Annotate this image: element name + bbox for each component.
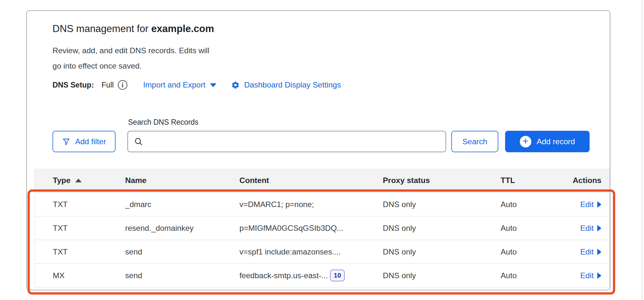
column-header-ttl: TTL [501, 176, 561, 185]
search-group: Search DNS Records [127, 118, 446, 152]
cell-type: TXT [53, 200, 125, 209]
import-export-label: Import and Export [143, 80, 205, 89]
page-subtitle: Review, add, and edit DNS records. Edits… [52, 43, 341, 74]
plus-icon: + [520, 136, 531, 147]
cell-type: TXT [53, 247, 125, 256]
cell-content: p=MIGfMA0GCSqGSIb3DQ... [239, 224, 383, 233]
table-row: MX send feedback-smtp.us-east-... 10 DNS… [35, 263, 609, 287]
edit-record-button[interactable]: Edit [580, 200, 601, 209]
dashboard-display-settings-link[interactable]: Dashboard Display Settings [231, 80, 341, 89]
domain-name: example.com [151, 23, 214, 34]
add-record-button[interactable]: + Add record [505, 131, 590, 152]
priority-badge: 10 [330, 270, 344, 281]
table-row: TXT send v=spf1 include:amazonses.... DN… [35, 240, 609, 263]
chevron-right-icon [597, 225, 601, 231]
info-icon[interactable]: i [118, 80, 127, 90]
cell-name: _dmarc [125, 200, 239, 209]
cell-actions: Edit [561, 224, 601, 233]
table-row: TXT resend._domainkey p=MIGfMA0GCSqGSIb3… [35, 216, 609, 240]
column-header-actions: Actions [561, 176, 601, 185]
chevron-right-icon [597, 249, 601, 255]
chevron-right-icon [597, 272, 601, 279]
add-filter-button[interactable]: Add filter [52, 131, 116, 152]
cell-ttl: Auto [501, 200, 561, 209]
chevron-right-icon [597, 201, 601, 208]
cell-name: resend._domainkey [125, 224, 239, 233]
column-header-name: Name [125, 176, 239, 185]
cell-ttl: Auto [501, 224, 561, 233]
cell-ttl: Auto [501, 271, 561, 280]
edit-label: Edit [580, 247, 594, 256]
record-content: v=spf1 include:amazonses.... [239, 247, 341, 256]
search-input[interactable] [147, 132, 440, 151]
cell-type: MX [53, 271, 125, 280]
dns-management-card: DNS management for example.com Review, a… [26, 10, 610, 290]
filter-icon [62, 138, 70, 146]
page-edge-divider [642, 0, 642, 300]
search-button-label: Search [463, 137, 487, 146]
edit-label: Edit [580, 200, 594, 209]
subtitle-line-2: go into effect once saved. [52, 62, 142, 70]
cell-actions: Edit [561, 200, 601, 209]
edit-record-button[interactable]: Edit [580, 224, 601, 233]
dns-setup-label: DNS Setup: [52, 81, 94, 89]
search-label: Search DNS Records [128, 118, 446, 127]
cell-name: send [125, 271, 239, 280]
gear-icon [231, 81, 240, 89]
cell-content: v=DMARC1; p=none; [239, 200, 383, 209]
chevron-down-icon [210, 83, 216, 87]
sort-ascending-icon [75, 179, 82, 182]
add-filter-label: Add filter [75, 137, 106, 146]
column-header-type[interactable]: Type [53, 176, 125, 185]
cell-content: feedback-smtp.us-east-... 10 [239, 270, 383, 281]
edit-label: Edit [580, 224, 594, 233]
record-content: v=DMARC1; p=none; [239, 200, 314, 209]
record-content: feedback-smtp.us-east-... [239, 271, 328, 280]
import-export-dropdown[interactable]: Import and Export [143, 80, 216, 89]
edit-label: Edit [580, 271, 594, 280]
table-row: TXT _dmarc v=DMARC1; p=none; DNS only Au… [35, 192, 609, 216]
cell-proxy-status: DNS only [383, 271, 501, 280]
cell-content: v=spf1 include:amazonses.... [239, 247, 383, 256]
cell-actions: Edit [561, 271, 601, 280]
cell-proxy-status: DNS only [383, 224, 501, 233]
add-record-label: Add record [537, 137, 575, 146]
search-box [127, 131, 446, 152]
dns-management-page: DNS management for example.com Review, a… [0, 0, 644, 300]
table-header-row: Type Name Content Proxy status TTL Actio… [35, 169, 609, 192]
dns-records-table: Type Name Content Proxy status TTL Actio… [35, 169, 610, 288]
record-content: p=MIGfMA0GCSqGSIb3DQ... [239, 224, 343, 233]
page-title: DNS management for example.com [52, 22, 341, 35]
column-header-type-label: Type [53, 176, 70, 185]
cell-proxy-status: DNS only [383, 200, 501, 209]
search-button[interactable]: Search [451, 131, 498, 152]
dns-setup-value: Full [101, 81, 114, 89]
cell-actions: Edit [561, 247, 601, 256]
column-header-content: Content [239, 176, 383, 185]
cell-proxy-status: DNS only [383, 247, 501, 256]
card-header: DNS management for example.com Review, a… [52, 22, 341, 90]
subtitle-line-1: Review, add, and edit DNS records. Edits… [52, 46, 209, 55]
records-toolbar: Add filter Search DNS Records Search + A… [52, 118, 590, 152]
page-title-prefix: DNS management for [52, 23, 151, 34]
dns-setup-row: DNS Setup: Full i Import and Export Dash… [52, 80, 341, 90]
column-header-proxy-status: Proxy status [383, 176, 501, 185]
edit-record-button[interactable]: Edit [580, 247, 601, 256]
dashboard-display-settings-label: Dashboard Display Settings [244, 80, 341, 89]
cell-ttl: Auto [501, 247, 561, 256]
cell-type: TXT [53, 224, 125, 233]
cell-name: send [125, 247, 239, 256]
edit-record-button[interactable]: Edit [580, 271, 601, 280]
search-icon [134, 137, 143, 146]
